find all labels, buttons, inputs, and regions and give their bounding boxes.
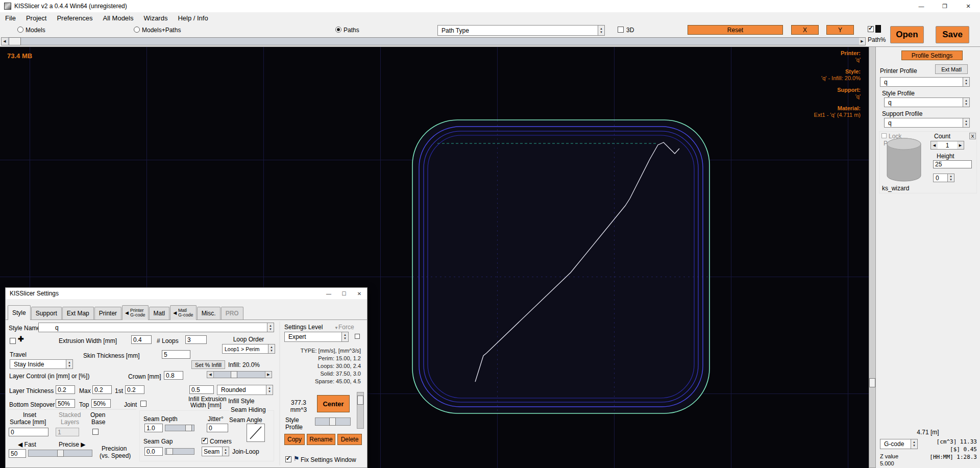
open-button[interactable]: Open	[890, 26, 924, 43]
radio-models-paths[interactable]	[134, 27, 140, 33]
top-stepover-field[interactable]	[91, 399, 111, 408]
tab-printer[interactable]: Printer	[94, 307, 121, 319]
slider-left-arrow-icon[interactable]: ◀	[2, 38, 8, 45]
threed-checkbox[interactable]	[618, 27, 624, 33]
open-base-checkbox[interactable]	[92, 429, 99, 435]
settings-window[interactable]: KISSlicer Settings — ☐ ✕ Style Support E…	[5, 287, 368, 468]
style-name-select[interactable]: q ▲▼	[38, 323, 274, 332]
slider-right-arrow-icon[interactable]: ▶	[859, 38, 865, 45]
tab-matl[interactable]: Matl	[149, 307, 170, 319]
spinner-arrows-icon[interactable]: ▲▼	[222, 447, 229, 456]
count-spinner[interactable]: ◀ 1 ▶	[930, 141, 964, 150]
skin-thickness-field[interactable]	[162, 350, 190, 359]
menu-preferences[interactable]: Preferences	[52, 14, 97, 22]
path-percent-checkbox[interactable]: ✓	[868, 26, 874, 32]
spinner-arrows-icon[interactable]: ▲▼	[598, 26, 604, 35]
remove-model-button[interactable]: X	[969, 133, 976, 139]
save-button[interactable]: Save	[936, 26, 969, 43]
travel-select[interactable]: Stay Inside ▲▼	[10, 359, 73, 369]
support-profile-select[interactable]: q ▲▼	[884, 118, 970, 128]
infill-style-select[interactable]: Rounded ▲▼	[217, 385, 273, 395]
spinner-arrows-icon[interactable]: ▲▼	[963, 118, 969, 127]
first-layer-field[interactable]	[125, 385, 144, 394]
panel-scrollbar[interactable]	[357, 392, 364, 429]
seam-gap-field[interactable]	[144, 447, 163, 456]
seam-gap-slider[interactable]	[165, 448, 194, 455]
menu-project[interactable]: Project	[21, 14, 52, 22]
infill-slider-thumb[interactable]	[231, 371, 237, 378]
slider-thumb[interactable]	[9, 37, 21, 45]
infill-extrusion-width-field[interactable]	[189, 385, 214, 394]
center-button[interactable]: Center	[317, 395, 350, 412]
tab-matl-gcode[interactable]: ◀ MatlG-code	[170, 305, 196, 320]
spinner-arrows-icon[interactable]: ▲▼	[963, 98, 969, 107]
set-infill-button[interactable]: Set % Infill	[191, 360, 225, 369]
spinner-arrows-icon[interactable]: ▲▼	[341, 332, 348, 341]
menu-all-models[interactable]: All Models	[98, 14, 139, 22]
profile-settings-button[interactable]: Profile Settings	[901, 51, 963, 60]
tab-printer-gcode[interactable]: ◀ PrinterG-code	[122, 305, 148, 320]
tab-style[interactable]: Style	[8, 305, 31, 320]
seam-angle-button[interactable]	[247, 424, 265, 442]
precision-field[interactable]	[9, 449, 26, 458]
radio-paths[interactable]	[335, 27, 341, 33]
style-profile-select[interactable]: q ▲▼	[884, 97, 970, 107]
settings-titlebar[interactable]: KISSlicer Settings — ☐ ✕	[6, 288, 367, 299]
precision-slider[interactable]	[28, 450, 92, 457]
minimize-icon[interactable]: —	[910, 0, 933, 12]
seam-depth-slider[interactable]	[165, 425, 194, 431]
delete-button[interactable]: Delete	[337, 434, 362, 445]
z-offset-spinner[interactable]: 0 ▲▼	[933, 174, 954, 182]
viewport-scrollbar-thumb[interactable]	[869, 378, 875, 387]
settings-minimize-icon[interactable]: —	[321, 288, 336, 299]
style-option-checkbox[interactable]	[10, 338, 16, 344]
close-icon[interactable]: ✕	[957, 0, 980, 12]
slider-right-arrow-icon[interactable]: ▶	[265, 372, 272, 378]
spinner-arrows-icon[interactable]: ▲▼	[947, 174, 954, 182]
style-profile-thumb[interactable]	[329, 417, 336, 426]
seam-depth-thumb[interactable]	[185, 425, 192, 431]
panel-scrollbar-thumb[interactable]	[357, 396, 363, 405]
count-increment-icon[interactable]: ▶	[957, 141, 964, 149]
tab-pro[interactable]: PRO	[221, 307, 243, 319]
inset-surface-field[interactable]	[9, 428, 48, 436]
radio-models[interactable]	[17, 27, 23, 33]
tab-support[interactable]: Support	[31, 307, 62, 319]
spinner-arrows-icon[interactable]: ▲▼	[266, 385, 273, 395]
spinner-arrows-icon[interactable]: ▲▼	[268, 344, 275, 353]
spinner-arrows-icon[interactable]: ▲▼	[963, 78, 969, 86]
model-thumbnail[interactable]	[883, 137, 925, 185]
seam-depth-field[interactable]	[144, 424, 163, 432]
printer-profile-select[interactable]: q ▲▼	[880, 77, 970, 87]
path-type-select[interactable]: Path Type ▲▼	[437, 25, 605, 36]
precision-thumb[interactable]	[57, 450, 64, 457]
spinner-arrows-icon[interactable]: ▲▼	[66, 360, 72, 368]
settings-level-select[interactable]: Expert ▲▼	[284, 332, 349, 342]
num-loops-field[interactable]	[185, 335, 207, 344]
seam-gap-thumb[interactable]	[166, 448, 173, 455]
settings-level-checkbox[interactable]	[355, 334, 360, 339]
loop-order-select[interactable]: Loop1 > Perim ▲▼	[222, 344, 275, 354]
rename-button[interactable]: Rename	[307, 434, 335, 445]
bottom-stepover-field[interactable]	[56, 399, 75, 408]
ext-matl-button[interactable]: Ext Matl	[935, 64, 968, 74]
y-axis-button[interactable]: Y	[826, 25, 854, 35]
copy-button[interactable]: Copy	[284, 434, 305, 445]
slider-left-arrow-icon[interactable]: ◀	[207, 372, 213, 378]
gcode-select[interactable]: G-code ▲▼	[880, 439, 918, 449]
tab-misc[interactable]: Misc.	[197, 307, 220, 319]
viewport-scrollbar[interactable]	[869, 46, 876, 468]
menu-wizards[interactable]: Wizards	[138, 14, 173, 22]
tab-ext-map[interactable]: Ext Map	[62, 307, 94, 319]
seam-mode-select[interactable]: Seam ▲▼	[202, 447, 229, 456]
x-axis-button[interactable]: X	[791, 25, 819, 35]
corners-checkbox[interactable]: ✓	[202, 438, 208, 444]
menu-help-info[interactable]: Help / Info	[173, 14, 213, 22]
extrusion-width-field[interactable]	[131, 335, 152, 344]
path-percent-slider[interactable]: ◀ ▶	[1, 37, 866, 45]
max-thickness-field[interactable]	[92, 385, 112, 394]
crown-field[interactable]	[164, 371, 183, 380]
settings-close-icon[interactable]: ✕	[352, 288, 367, 299]
infill-slider[interactable]: ◀ ▶	[207, 371, 272, 378]
menu-file[interactable]: File	[0, 14, 21, 22]
